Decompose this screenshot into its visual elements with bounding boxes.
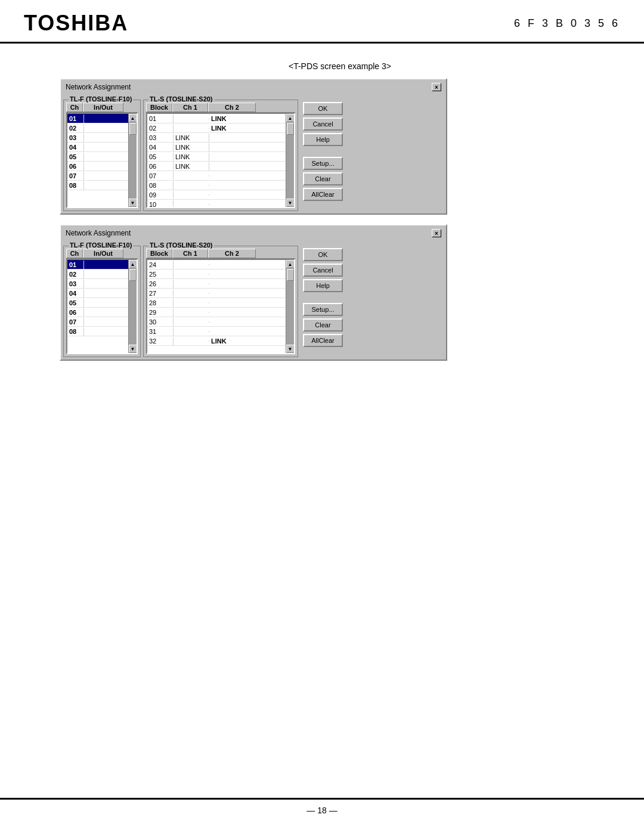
dialog1-cancel-button[interactable]: Cancel bbox=[303, 117, 343, 131]
dialog2-help-button[interactable]: Help bbox=[303, 279, 343, 292]
scroll-track[interactable] bbox=[286, 122, 295, 199]
dialog1-tlf-list-content: 01 02 03 04 bbox=[67, 114, 128, 207]
list-item[interactable]: 01 bbox=[67, 114, 128, 123]
list-item[interactable]: 04 LINK bbox=[147, 143, 286, 152]
list-item[interactable]: 04 bbox=[67, 289, 128, 298]
scroll-track[interactable] bbox=[129, 122, 137, 199]
dialog1-tls-col-ch2: Ch 2 bbox=[208, 103, 256, 112]
scroll-track[interactable] bbox=[286, 268, 295, 345]
list-item[interactable]: 24 bbox=[147, 260, 286, 270]
list-item[interactable]: 01 LINK bbox=[147, 114, 286, 123]
list-item[interactable]: 05 bbox=[67, 152, 128, 162]
dialog1-tlf-header: Ch In/Out bbox=[66, 103, 138, 113]
dialog2-cancel-button[interactable]: Cancel bbox=[303, 264, 343, 277]
dialog1-help-button[interactable]: Help bbox=[303, 133, 343, 146]
list-item[interactable]: 06 bbox=[67, 162, 128, 171]
dialog2-title: Network Assignment bbox=[66, 229, 131, 237]
list-item[interactable]: 30 bbox=[147, 317, 286, 327]
dialog2-tls-col-ch1: Ch 1 bbox=[172, 249, 208, 258]
dialog2-ok-button[interactable]: OK bbox=[303, 248, 343, 261]
list-item[interactable]: 09 bbox=[147, 190, 286, 200]
list-item[interactable]: 01 bbox=[67, 260, 128, 270]
dialog1-title: Network Assignment bbox=[66, 83, 131, 91]
dialog2-titlebar: Network Assignment × bbox=[63, 228, 444, 239]
dialog1-tls-group: TL-S (TOSLINE-S20) Block Ch 1 Ch 2 01 LI… bbox=[143, 100, 298, 211]
dialog1-body: TL-F (TOSLINE-F10) Ch In/Out 01 02 bbox=[63, 96, 444, 211]
dialog1-tls-list[interactable]: 01 LINK 02 LINK 03 LINK bbox=[146, 113, 295, 208]
dialog1-tls-label: TL-S (TOSLINE-S20) bbox=[148, 95, 214, 103]
dialog2-tlf-list-content: 01 02 03 04 bbox=[67, 260, 128, 353]
scroll-thumb[interactable] bbox=[287, 269, 294, 281]
list-item[interactable]: 10 bbox=[147, 200, 286, 207]
dialog2-allclear-button[interactable]: AllClear bbox=[303, 334, 343, 347]
list-item[interactable]: 08 bbox=[67, 327, 128, 336]
dialog1-ok-button[interactable]: OK bbox=[303, 102, 343, 115]
list-item[interactable]: 05 LINK bbox=[147, 152, 286, 162]
list-item[interactable]: 06 bbox=[67, 308, 128, 317]
list-item[interactable]: 02 bbox=[67, 270, 128, 279]
list-item[interactable]: 02 bbox=[67, 123, 128, 133]
scroll-up-arrow[interactable]: ▲ bbox=[129, 260, 137, 268]
scroll-track[interactable] bbox=[129, 268, 137, 345]
dialog1-setup-button[interactable]: Setup... bbox=[303, 157, 343, 170]
list-item[interactable]: 32 LINK bbox=[147, 336, 286, 346]
dialog2-tlf-scrollbar[interactable]: ▲ ▼ bbox=[128, 260, 137, 353]
dialog2-setup-button[interactable]: Setup... bbox=[303, 303, 343, 316]
list-item[interactable]: 31 bbox=[147, 327, 286, 336]
dialog2-tlf-header: Ch In/Out bbox=[66, 249, 138, 259]
list-item[interactable]: 02 LINK bbox=[147, 123, 286, 133]
list-item[interactable]: 05 bbox=[67, 298, 128, 308]
list-item[interactable]: 27 bbox=[147, 289, 286, 298]
dialog1-close-button[interactable]: × bbox=[432, 83, 441, 91]
list-item[interactable]: 04 bbox=[67, 143, 128, 152]
dialog2: Network Assignment × TL-F (TOSLINE-F10) … bbox=[60, 224, 447, 361]
scroll-up-arrow[interactable]: ▲ bbox=[286, 260, 295, 268]
scroll-down-arrow[interactable]: ▼ bbox=[129, 199, 137, 207]
dialog2-tlf-list[interactable]: 01 02 03 04 bbox=[66, 259, 138, 354]
scroll-down-arrow[interactable]: ▼ bbox=[286, 345, 295, 353]
dialog1-tlf-list[interactable]: 01 02 03 04 bbox=[66, 113, 138, 208]
scroll-up-arrow[interactable]: ▲ bbox=[286, 114, 295, 122]
scroll-down-arrow[interactable]: ▼ bbox=[129, 345, 137, 353]
list-item[interactable]: 08 bbox=[147, 181, 286, 190]
list-item[interactable]: 08 bbox=[67, 181, 128, 190]
dialog2-tlf-group: TL-F (TOSLINE-F10) Ch In/Out 01 02 bbox=[63, 246, 141, 357]
dialog1-buttons: OK Cancel Help Setup... Clear AllClear bbox=[301, 100, 345, 211]
dialog2-body: TL-F (TOSLINE-F10) Ch In/Out 01 02 bbox=[63, 242, 444, 357]
list-item[interactable]: 06 LINK bbox=[147, 162, 286, 171]
scroll-up-arrow[interactable]: ▲ bbox=[129, 114, 137, 122]
list-item[interactable]: 29 bbox=[147, 308, 286, 317]
dialog1-tls-list-content: 01 LINK 02 LINK 03 LINK bbox=[147, 114, 286, 207]
dialog2-clear-button[interactable]: Clear bbox=[303, 318, 343, 332]
list-item[interactable]: 07 bbox=[67, 171, 128, 181]
dialog2-tls-scrollbar[interactable]: ▲ ▼ bbox=[286, 260, 294, 353]
page-header: TOSHIBA 6 F 3 B 0 3 5 6 bbox=[0, 0, 644, 44]
dialog1-clear-button[interactable]: Clear bbox=[303, 172, 343, 185]
scroll-down-arrow[interactable]: ▼ bbox=[286, 199, 295, 207]
list-item[interactable]: 26 bbox=[147, 279, 286, 289]
scroll-thumb[interactable] bbox=[129, 269, 137, 281]
dialog1-tls-scrollbar[interactable]: ▲ ▼ bbox=[286, 114, 294, 207]
toshiba-logo: TOSHIBA bbox=[24, 11, 128, 36]
scroll-thumb[interactable] bbox=[287, 123, 294, 135]
scroll-thumb[interactable] bbox=[129, 123, 137, 135]
screen-label: <T-PDS screen example 3> bbox=[60, 61, 620, 71]
dialog2-tls-label: TL-S (TOSLINE-S20) bbox=[148, 241, 214, 249]
dialog2-close-button[interactable]: × bbox=[432, 229, 441, 237]
dialog2-tls-header: Block Ch 1 Ch 2 bbox=[146, 249, 295, 259]
list-item[interactable]: 03 bbox=[67, 133, 128, 143]
list-item[interactable]: 07 bbox=[147, 171, 286, 181]
list-item[interactable]: 07 bbox=[67, 317, 128, 327]
dialogs-area: Network Assignment × TL-F (TOSLINE-F10) … bbox=[60, 78, 453, 370]
list-item[interactable]: 03 LINK bbox=[147, 133, 286, 143]
list-item[interactable]: 03 bbox=[67, 279, 128, 289]
dialog2-buttons: OK Cancel Help Setup... Clear AllClear bbox=[301, 246, 345, 357]
dialog2-tls-list[interactable]: 24 25 26 bbox=[146, 259, 295, 354]
dialog1-tlf-label: TL-F (TOSLINE-F10) bbox=[69, 95, 133, 103]
dialog1-tlf-scrollbar[interactable]: ▲ ▼ bbox=[128, 114, 137, 207]
list-item[interactable]: 25 bbox=[147, 270, 286, 279]
dialog1-allclear-button[interactable]: AllClear bbox=[303, 188, 343, 201]
page-number: — 18 — bbox=[306, 806, 337, 815]
list-item[interactable]: 28 bbox=[147, 298, 286, 308]
dialog1-tlf-col-inout: In/Out bbox=[83, 103, 123, 112]
